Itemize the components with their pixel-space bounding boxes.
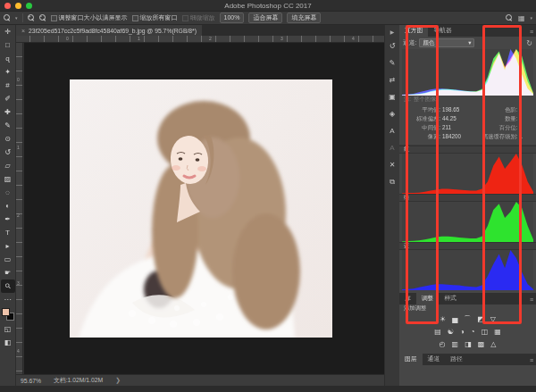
- history-brush-tool[interactable]: ↺: [1, 146, 15, 159]
- red-channel-histogram: [402, 154, 533, 194]
- quick-selection-tool[interactable]: ✦: [1, 65, 15, 79]
- shape-tool[interactable]: ▭: [1, 253, 15, 266]
- adjustments-tab[interactable]: 库: [399, 293, 416, 304]
- black-white-icon[interactable]: ◑: [460, 328, 465, 336]
- character-panel-icon[interactable]: A: [386, 122, 399, 139]
- type-tool[interactable]: T: [1, 226, 15, 239]
- ruler-label: 2: [209, 36, 212, 41]
- color-swatches[interactable]: [2, 308, 14, 321]
- layers-menu-icon[interactable]: ≡: [527, 357, 536, 365]
- adjustments-tab[interactable]: 样式: [439, 293, 462, 304]
- zoom-all-windows-checkbox[interactable]: 缩放所有窗口: [132, 13, 178, 22]
- zoom-tool-icon[interactable]: [4, 14, 11, 21]
- panel-dock-strip: ▶↺✎⇄▣◈AA✕⧉: [384, 25, 399, 392]
- document-tab-title: 23f205ed517cc2c5f9ad8fc45840af69_b.jpg @…: [29, 28, 197, 34]
- levels-icon[interactable]: ▅: [452, 315, 457, 323]
- dodge-tool[interactable]: ◐: [1, 199, 15, 213]
- gradient-tool[interactable]: ▨: [1, 172, 15, 186]
- brush-tool[interactable]: ✎: [1, 119, 15, 132]
- notes-panel-icon[interactable]: ✕: [386, 156, 399, 173]
- vibrance-icon[interactable]: ▽: [490, 315, 496, 323]
- exposure-icon[interactable]: ◩: [477, 315, 484, 323]
- collapse-panels-icon[interactable]: ▶: [386, 25, 399, 38]
- search-icon[interactable]: [506, 14, 513, 21]
- hue-saturation-icon[interactable]: ▤: [434, 328, 441, 336]
- horizontal-ruler[interactable]: 01234: [16, 36, 384, 43]
- vertical-ruler[interactable]: 01234: [16, 43, 23, 374]
- tool-preset-chevron-icon[interactable]: ▾: [15, 15, 18, 21]
- portrait-photo[interactable]: [70, 79, 332, 338]
- clone-stamp-tool[interactable]: ⊙: [1, 132, 15, 146]
- lasso-tool[interactable]: ɋ: [1, 52, 15, 65]
- histogram-panel-tabs: 直方图 导航器 ≡: [399, 25, 536, 37]
- tab-histogram[interactable]: 直方图: [399, 25, 428, 37]
- green-channel-label: 绿: [399, 194, 536, 202]
- tab-navigator[interactable]: 导航器: [428, 25, 456, 37]
- checkbox-box[interactable]: [132, 15, 138, 21]
- edit-toolbar[interactable]: ⋯: [1, 293, 15, 306]
- resize-windows-checkbox[interactable]: 调整窗口大小以满屏显示: [51, 13, 128, 22]
- brightness-contrast-icon[interactable]: ☀: [440, 315, 446, 323]
- quick-mask-button[interactable]: ◱: [1, 322, 15, 336]
- std-value: 44.25: [442, 115, 456, 123]
- styles-panel-icon[interactable]: ◈: [386, 105, 399, 122]
- channel-row: 通道: 颜色 ▾ ↻: [399, 37, 536, 49]
- fill-screen-button[interactable]: 填充屏幕: [287, 13, 321, 23]
- layers-panel-tabs: 图层通道路径≡: [399, 354, 536, 365]
- mean-value: 198.65: [442, 106, 459, 114]
- ruler-label: 2: [17, 213, 20, 218]
- clone-source-panel-icon[interactable]: ⇄: [386, 71, 399, 88]
- zoom-in-icon[interactable]: +: [28, 14, 35, 21]
- marquee-tool[interactable]: □: [1, 38, 15, 52]
- threshold-icon[interactable]: ◨: [465, 340, 472, 348]
- title-bar: Adobe Photoshop CC 2017: [0, 0, 536, 12]
- workspace-chevron-icon[interactable]: ▾: [530, 15, 532, 21]
- adjustments-tab[interactable]: 调整: [416, 293, 440, 304]
- checkbox-box[interactable]: [51, 15, 57, 21]
- posterize-icon[interactable]: ▥: [452, 340, 459, 348]
- eraser-tool[interactable]: ▱: [1, 159, 15, 172]
- status-zoom-level[interactable]: 95.67%: [21, 378, 41, 384]
- selective-color-icon[interactable]: △: [490, 340, 496, 348]
- layer-comps-panel-icon[interactable]: ▣: [386, 88, 399, 105]
- adjustments-menu-icon[interactable]: ≡: [527, 296, 536, 304]
- screen-mode-button[interactable]: ◧: [1, 336, 15, 349]
- history-panel-icon[interactable]: ↺: [386, 38, 399, 54]
- refresh-histogram-icon[interactable]: ↻: [526, 39, 532, 47]
- crop-tool[interactable]: #: [1, 79, 15, 92]
- timeline-panel-icon[interactable]: ⧉: [386, 173, 399, 190]
- channel-select[interactable]: 颜色 ▾: [419, 38, 474, 47]
- photo-filter-icon[interactable]: ◔: [471, 328, 475, 336]
- move-tool[interactable]: ✛: [1, 25, 15, 38]
- zoom-out-icon[interactable]: −: [39, 14, 46, 21]
- ruler-label: 4: [352, 36, 355, 41]
- foreground-color-swatch[interactable]: [2, 308, 10, 316]
- close-document-icon[interactable]: ×: [21, 28, 25, 34]
- zoom-100-button[interactable]: 100%: [220, 13, 245, 23]
- eyedropper-tool[interactable]: ✐: [1, 92, 15, 105]
- layers-tab[interactable]: 图层: [399, 354, 423, 365]
- layers-tab[interactable]: 通道: [423, 354, 446, 365]
- healing-brush-tool[interactable]: ✚: [1, 105, 15, 119]
- histogram-panel-menu-icon[interactable]: ≡: [527, 29, 536, 37]
- color-lookup-icon[interactable]: ▦: [494, 328, 501, 336]
- path-selection-tool[interactable]: ▸: [1, 239, 15, 253]
- pen-tool[interactable]: ✒: [1, 213, 15, 226]
- channel-mixer-icon[interactable]: ◫: [482, 328, 489, 336]
- document-tab[interactable]: × 23f205ed517cc2c5f9ad8fc45840af69_b.jpg…: [16, 25, 202, 36]
- curves-icon[interactable]: ⌒: [464, 314, 471, 324]
- fit-screen-button[interactable]: 适合屏幕: [248, 13, 282, 23]
- channel-label: 通道:: [403, 38, 416, 47]
- color-balance-icon[interactable]: ☯: [448, 328, 454, 336]
- status-chevron-icon[interactable]: ❯: [115, 377, 121, 384]
- gradient-map-icon[interactable]: ▩: [478, 340, 485, 348]
- invert-icon[interactable]: ◴: [440, 340, 446, 348]
- layers-tab[interactable]: 路径: [445, 354, 468, 365]
- ruler-label: 4: [17, 348, 20, 354]
- brush-settings-panel-icon[interactable]: ✎: [386, 54, 399, 71]
- hand-tool[interactable]: ☛: [1, 266, 15, 279]
- workspace-switcher-icon[interactable]: ▦: [518, 14, 525, 22]
- blur-tool[interactable]: ◌: [1, 186, 15, 199]
- ruler-label: 1: [17, 145, 20, 150]
- zoom-tool[interactable]: ⚲: [1, 279, 15, 293]
